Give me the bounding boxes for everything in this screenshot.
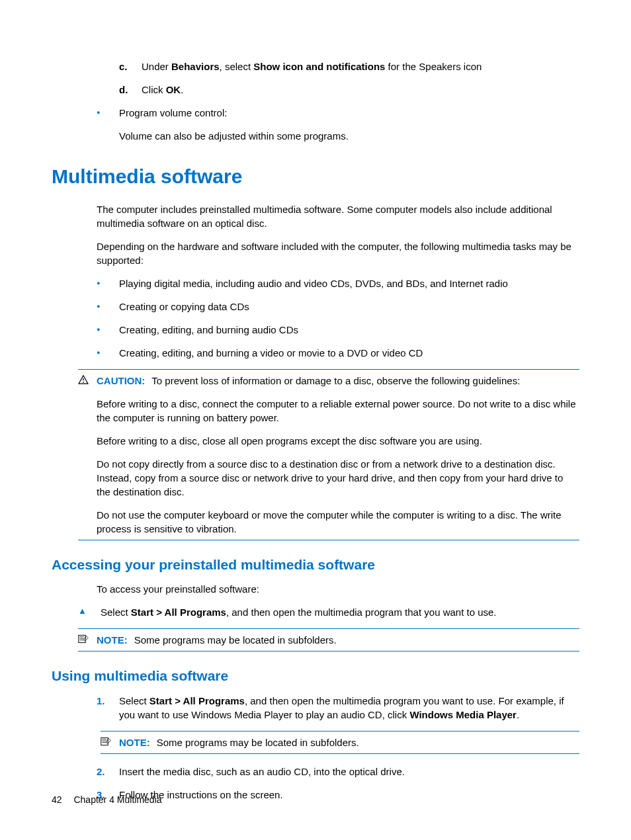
bullet-text: Creating, editing, and burning audio CDs <box>119 323 298 337</box>
note-label: NOTE: <box>119 737 150 748</box>
note-callout: NOTE:Some programs may be located in sub… <box>78 628 579 651</box>
note-text: Some programs may be located in subfolde… <box>134 634 337 646</box>
program-volume-bullet: Program volume control: <box>97 106 579 120</box>
step-text: Select Start > All Programs, and then op… <box>101 605 497 619</box>
heading-using-multimedia: Using multimedia software <box>52 666 579 685</box>
caution-body: CAUTION:To prevent loss of information o… <box>97 374 579 536</box>
caution-para: Do not copy directly from a source disc … <box>97 457 579 499</box>
step-marker: c. <box>119 60 142 73</box>
svg-point-1 <box>83 382 84 383</box>
note-callout: NOTE:Some programs may be located in sub… <box>101 731 579 754</box>
access-intro: To access your preinstalled software: <box>97 582 579 596</box>
triangle-icon <box>78 605 101 619</box>
step-text: Click OK. <box>142 83 183 97</box>
caution-para: Before writing to a disc, connect the co… <box>97 397 579 425</box>
caution-para: Do not use the computer keyboard or move… <box>97 508 579 536</box>
caution-para: Before writing to a disc, close all open… <box>97 434 579 448</box>
task-bullet: Playing digital media, including audio a… <box>97 276 579 290</box>
note-icon <box>101 735 119 749</box>
caution-icon <box>78 374 97 536</box>
intro-para-1: The computer includes preinstalled multi… <box>97 202 579 230</box>
bullet-text: Program volume control: <box>119 106 227 120</box>
bullet-text: Playing digital media, including audio a… <box>119 276 508 290</box>
note-label: NOTE: <box>97 634 128 646</box>
access-step: Select Start > All Programs, and then op… <box>78 605 579 619</box>
step-c: c. Under Behaviors, select Show icon and… <box>119 60 579 73</box>
caution-callout: CAUTION:To prevent loss of information o… <box>78 369 579 540</box>
program-volume-desc: Volume can also be adjusted within some … <box>119 129 579 143</box>
bullet-icon <box>97 323 119 337</box>
heading-accessing-preinstalled: Accessing your preinstalled multimedia s… <box>52 555 579 574</box>
page-number: 42 <box>52 794 62 805</box>
caution-lead: To prevent loss of information or damage… <box>151 375 520 386</box>
step-text: Insert the media disc, such as an audio … <box>119 765 405 778</box>
use-step-3: 3. Follow the instructions on the screen… <box>97 788 579 802</box>
step-text: Select Start > All Programs, and then op… <box>119 694 579 722</box>
page-footer: 42 Chapter 4 Multimedia <box>52 794 162 807</box>
bullet-icon <box>97 276 119 290</box>
task-bullet: Creating, editing, and burning a video o… <box>97 346 579 360</box>
step-marker: d. <box>119 83 142 97</box>
step-text: Under Behaviors, select Show icon and no… <box>142 60 482 73</box>
note-text: Some programs may be located in subfolde… <box>157 737 359 748</box>
bullet-icon <box>97 300 119 314</box>
step-d: d. Click OK. <box>119 83 579 97</box>
task-bullet: Creating or copying data CDs <box>97 300 579 314</box>
use-step-1: 1. Select Start > All Programs, and then… <box>97 694 579 722</box>
bullet-icon <box>97 106 119 120</box>
intro-para-2: Depending on the hardware and software i… <box>97 239 579 267</box>
bullet-text: Creating, editing, and burning a video o… <box>119 346 423 360</box>
chapter-label: Chapter 4 Multimedia <box>73 794 161 805</box>
heading-multimedia-software: Multimedia software <box>52 163 579 190</box>
step-marker: 1. <box>97 694 119 722</box>
caution-label: CAUTION: <box>97 375 145 386</box>
bullet-icon <box>97 346 119 360</box>
step-marker: 2. <box>97 765 119 778</box>
use-step-2: 2. Insert the media disc, such as an aud… <box>97 765 579 778</box>
bullet-text: Creating or copying data CDs <box>119 300 249 314</box>
task-bullet: Creating, editing, and burning audio CDs <box>97 323 579 337</box>
note-icon <box>78 633 97 647</box>
